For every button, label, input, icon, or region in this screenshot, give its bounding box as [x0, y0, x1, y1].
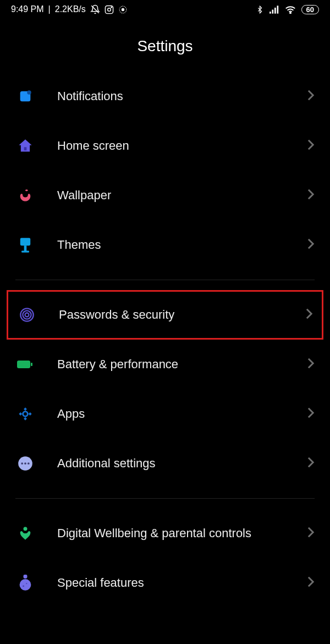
page-title: Settings	[0, 17, 330, 72]
svg-rect-13	[24, 147, 27, 150]
settings-item-battery-performance[interactable]: Battery & performance	[0, 340, 330, 389]
svg-point-10	[290, 13, 291, 14]
svg-point-30	[20, 579, 31, 591]
settings-item-label: Themes	[35, 237, 307, 253]
chevron-right-icon	[307, 357, 315, 372]
svg-rect-15	[20, 238, 30, 245]
status-left: 9:49 PM | 2.2KB/s	[11, 4, 128, 14]
apps-icon	[15, 404, 35, 424]
status-right: 60	[256, 5, 319, 14]
signal-icon	[270, 6, 279, 14]
more-icon	[15, 454, 35, 473]
instagram-icon	[105, 5, 114, 14]
svg-rect-17	[21, 250, 29, 252]
svg-point-23	[24, 412, 27, 416]
battery-indicator: 60	[301, 5, 319, 14]
svg-point-14	[25, 189, 28, 191]
svg-point-5	[122, 8, 124, 10]
chevron-right-icon	[307, 407, 315, 421]
status-time: 9:49 PM	[11, 4, 44, 14]
svg-rect-6	[270, 12, 271, 14]
chevron-right-icon	[307, 576, 315, 590]
settings-item-themes[interactable]: Themes	[0, 220, 330, 270]
settings-item-additional-settings[interactable]: Additional settings	[0, 439, 330, 488]
battery-icon	[15, 354, 35, 374]
chevron-right-icon	[307, 456, 315, 471]
svg-point-12	[27, 90, 31, 94]
divider	[15, 280, 315, 280]
svg-point-2	[107, 8, 111, 11]
svg-rect-9	[277, 6, 278, 13]
notifications-icon	[15, 86, 35, 106]
svg-rect-8	[274, 7, 276, 13]
settings-item-label: Wallpaper	[35, 188, 307, 203]
settings-item-label: Notifications	[35, 89, 307, 104]
chevron-right-icon	[305, 308, 313, 322]
settings-item-notifications[interactable]: Notifications	[0, 72, 330, 121]
svg-rect-29	[24, 575, 28, 578]
status-divider: |	[48, 4, 51, 14]
chevron-right-icon	[307, 139, 315, 153]
settings-item-wallpaper[interactable]: Wallpaper	[0, 171, 330, 220]
divider	[15, 498, 315, 499]
svg-rect-7	[272, 9, 273, 13]
settings-item-label: Special features	[35, 575, 307, 591]
svg-point-32	[26, 583, 27, 584]
settings-list: Notifications Home screen Wallpaper Them…	[0, 72, 330, 608]
svg-point-31	[23, 585, 24, 587]
svg-point-27	[28, 462, 30, 465]
settings-item-special-features[interactable]: Special features	[0, 558, 330, 608]
settings-item-label: Battery & performance	[35, 357, 307, 372]
settings-item-home-screen[interactable]: Home screen	[0, 121, 330, 171]
wallpaper-icon	[15, 185, 35, 205]
dnd-icon	[90, 4, 100, 14]
svg-point-19	[23, 310, 31, 319]
settings-item-apps[interactable]: Apps	[0, 389, 330, 439]
home-icon	[15, 136, 35, 156]
settings-item-label: Home screen	[35, 138, 307, 154]
svg-point-3	[111, 7, 112, 7]
settings-item-label: Digital Wellbeing & parental controls	[35, 526, 307, 541]
bluetooth-icon	[256, 5, 264, 14]
svg-point-25	[21, 462, 23, 465]
chevron-right-icon	[307, 526, 315, 541]
themes-icon	[15, 235, 35, 255]
wifi-icon	[285, 5, 296, 14]
status-net-speed: 2.2KB/s	[55, 4, 86, 14]
special-features-icon	[15, 573, 35, 593]
svg-rect-21	[17, 361, 30, 368]
svg-point-26	[24, 462, 26, 465]
svg-rect-22	[31, 363, 32, 366]
chevron-right-icon	[307, 238, 315, 252]
settings-item-label: Apps	[35, 406, 307, 422]
wellbeing-icon	[15, 523, 35, 543]
svg-point-28	[24, 527, 28, 531]
settings-item-label: Additional settings	[35, 456, 307, 471]
settings-item-label: Passwords & security	[37, 307, 305, 323]
chevron-right-icon	[307, 188, 315, 203]
status-bar: 9:49 PM | 2.2KB/s 60	[0, 0, 330, 17]
settings-item-passwords-security[interactable]: Passwords & security	[7, 290, 323, 340]
app-icon	[118, 5, 128, 14]
chevron-right-icon	[307, 89, 315, 103]
fingerprint-icon	[17, 305, 37, 325]
svg-point-20	[25, 313, 29, 317]
settings-item-digital-wellbeing[interactable]: Digital Wellbeing & parental controls	[0, 509, 330, 558]
